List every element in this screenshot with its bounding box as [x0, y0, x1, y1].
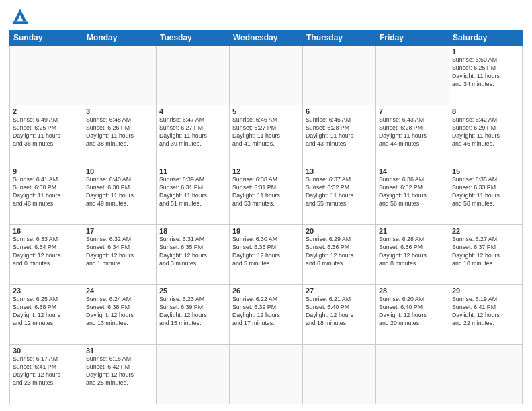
calendar-week-row: 2Sunrise: 6:49 AM Sunset: 6:25 PM Daylig… [10, 105, 523, 165]
calendar-day-cell: 31Sunrise: 6:16 AM Sunset: 6:42 PM Dayli… [83, 345, 157, 404]
day-number: 4 [159, 107, 226, 116]
calendar-day-cell: 10Sunrise: 6:40 AM Sunset: 6:30 PM Dayli… [83, 165, 157, 225]
day-info: Sunrise: 6:46 AM Sunset: 6:27 PM Dayligh… [232, 116, 300, 148]
day-number: 23 [13, 287, 80, 295]
day-number: 25 [159, 287, 226, 295]
calendar-day-cell: 18Sunrise: 6:31 AM Sunset: 6:35 PM Dayli… [157, 225, 230, 285]
day-info: Sunrise: 6:28 AM Sunset: 6:36 PM Dayligh… [379, 236, 446, 268]
calendar-day-cell [303, 345, 376, 404]
calendar-day-cell: 13Sunrise: 6:37 AM Sunset: 6:32 PM Dayli… [303, 165, 376, 225]
col-tuesday: Tuesday [157, 30, 230, 46]
day-info: Sunrise: 6:38 AM Sunset: 6:31 PM Dayligh… [232, 176, 300, 208]
calendar-day-cell [230, 345, 303, 404]
calendar-day-cell: 8Sunrise: 6:42 AM Sunset: 6:29 PM Daylig… [449, 105, 523, 165]
day-info: Sunrise: 6:45 AM Sunset: 6:28 PM Dayligh… [306, 116, 373, 148]
calendar-day-cell: 25Sunrise: 6:23 AM Sunset: 6:39 PM Dayli… [157, 285, 230, 345]
day-info: Sunrise: 6:48 AM Sunset: 6:26 PM Dayligh… [86, 116, 153, 148]
day-info: Sunrise: 6:50 AM Sunset: 6:25 PM Dayligh… [452, 56, 519, 89]
day-number: 22 [452, 227, 519, 235]
calendar-day-cell [303, 46, 376, 105]
calendar-day-cell: 1Sunrise: 6:50 AM Sunset: 6:25 PM Daylig… [449, 46, 523, 105]
calendar-day-cell: 12Sunrise: 6:38 AM Sunset: 6:31 PM Dayli… [230, 165, 303, 225]
day-info: Sunrise: 6:30 AM Sunset: 6:35 PM Dayligh… [232, 236, 300, 268]
day-info: Sunrise: 6:27 AM Sunset: 6:37 PM Dayligh… [452, 236, 519, 268]
logo-icon [9, 7, 31, 26]
day-number: 17 [86, 227, 153, 235]
calendar-day-cell: 6Sunrise: 6:45 AM Sunset: 6:28 PM Daylig… [303, 105, 376, 165]
calendar-day-cell [230, 46, 303, 105]
calendar-day-cell [449, 345, 523, 404]
calendar-day-cell: 20Sunrise: 6:29 AM Sunset: 6:36 PM Dayli… [303, 225, 376, 285]
day-info: Sunrise: 6:32 AM Sunset: 6:34 PM Dayligh… [86, 236, 153, 268]
day-info: Sunrise: 6:41 AM Sunset: 6:30 PM Dayligh… [13, 176, 80, 208]
day-number: 12 [232, 167, 300, 175]
col-saturday: Saturday [449, 30, 523, 46]
calendar-day-cell: 23Sunrise: 6:25 AM Sunset: 6:38 PM Dayli… [10, 285, 83, 345]
day-info: Sunrise: 6:37 AM Sunset: 6:32 PM Dayligh… [306, 176, 373, 208]
day-number: 31 [86, 347, 153, 355]
day-number: 7 [379, 107, 446, 116]
page: Sunday Monday Tuesday Wednesday Thursday… [0, 0, 532, 411]
day-number: 8 [452, 107, 519, 116]
day-number: 19 [232, 227, 300, 235]
day-info: Sunrise: 6:20 AM Sunset: 6:40 PM Dayligh… [379, 295, 446, 328]
col-sunday: Sunday [10, 30, 83, 46]
calendar-day-cell: 2Sunrise: 6:49 AM Sunset: 6:25 PM Daylig… [10, 105, 83, 165]
calendar-day-cell [157, 46, 230, 105]
day-number: 10 [86, 167, 153, 175]
day-number: 29 [452, 287, 519, 295]
day-number: 2 [13, 107, 80, 116]
day-info: Sunrise: 6:24 AM Sunset: 6:38 PM Dayligh… [86, 295, 153, 328]
day-info: Sunrise: 6:16 AM Sunset: 6:42 PM Dayligh… [86, 355, 153, 387]
day-number: 18 [159, 227, 226, 235]
day-number: 16 [13, 227, 80, 235]
day-number: 11 [159, 167, 226, 175]
calendar-day-cell: 3Sunrise: 6:48 AM Sunset: 6:26 PM Daylig… [83, 105, 157, 165]
day-info: Sunrise: 6:43 AM Sunset: 6:28 PM Dayligh… [379, 116, 446, 148]
calendar-day-cell: 4Sunrise: 6:47 AM Sunset: 6:27 PM Daylig… [157, 105, 230, 165]
calendar-day-cell: 19Sunrise: 6:30 AM Sunset: 6:35 PM Dayli… [230, 225, 303, 285]
day-number: 20 [306, 227, 373, 235]
calendar-day-cell: 21Sunrise: 6:28 AM Sunset: 6:36 PM Dayli… [376, 225, 449, 285]
day-number: 21 [379, 227, 446, 235]
header [9, 7, 523, 26]
col-thursday: Thursday [303, 30, 376, 46]
col-friday: Friday [376, 30, 449, 46]
day-info: Sunrise: 6:31 AM Sunset: 6:35 PM Dayligh… [159, 236, 226, 268]
calendar-day-cell [376, 345, 449, 404]
calendar-table: Sunday Monday Tuesday Wednesday Thursday… [9, 30, 523, 404]
calendar-week-row: 16Sunrise: 6:33 AM Sunset: 6:34 PM Dayli… [10, 225, 523, 285]
logo [9, 7, 34, 26]
day-number: 28 [379, 287, 446, 295]
calendar-day-cell: 5Sunrise: 6:46 AM Sunset: 6:27 PM Daylig… [230, 105, 303, 165]
day-number: 14 [379, 167, 446, 175]
day-number: 9 [13, 167, 80, 175]
day-number: 30 [13, 347, 80, 355]
day-info: Sunrise: 6:40 AM Sunset: 6:30 PM Dayligh… [86, 176, 153, 208]
calendar-day-cell [83, 46, 157, 105]
day-info: Sunrise: 6:19 AM Sunset: 6:41 PM Dayligh… [452, 295, 519, 328]
day-number: 3 [86, 107, 153, 116]
day-info: Sunrise: 6:17 AM Sunset: 6:41 PM Dayligh… [13, 355, 80, 387]
day-info: Sunrise: 6:42 AM Sunset: 6:29 PM Dayligh… [452, 116, 519, 148]
calendar-day-cell: 11Sunrise: 6:39 AM Sunset: 6:31 PM Dayli… [157, 165, 230, 225]
calendar-day-cell: 17Sunrise: 6:32 AM Sunset: 6:34 PM Dayli… [83, 225, 157, 285]
calendar-week-row: 9Sunrise: 6:41 AM Sunset: 6:30 PM Daylig… [10, 165, 523, 225]
calendar-week-row: 30Sunrise: 6:17 AM Sunset: 6:41 PM Dayli… [10, 345, 523, 404]
day-info: Sunrise: 6:33 AM Sunset: 6:34 PM Dayligh… [13, 236, 80, 268]
day-info: Sunrise: 6:35 AM Sunset: 6:33 PM Dayligh… [452, 176, 519, 208]
day-info: Sunrise: 6:22 AM Sunset: 6:39 PM Dayligh… [232, 295, 300, 328]
day-number: 6 [306, 107, 373, 116]
calendar-day-cell: 22Sunrise: 6:27 AM Sunset: 6:37 PM Dayli… [449, 225, 523, 285]
day-info: Sunrise: 6:23 AM Sunset: 6:39 PM Dayligh… [159, 295, 226, 328]
calendar-day-cell: 24Sunrise: 6:24 AM Sunset: 6:38 PM Dayli… [83, 285, 157, 345]
day-number: 27 [306, 287, 373, 295]
calendar-day-cell: 27Sunrise: 6:21 AM Sunset: 6:40 PM Dayli… [303, 285, 376, 345]
day-info: Sunrise: 6:29 AM Sunset: 6:36 PM Dayligh… [306, 236, 373, 268]
calendar-day-cell: 29Sunrise: 6:19 AM Sunset: 6:41 PM Dayli… [449, 285, 523, 345]
calendar-day-cell: 9Sunrise: 6:41 AM Sunset: 6:30 PM Daylig… [10, 165, 83, 225]
calendar-week-row: 1Sunrise: 6:50 AM Sunset: 6:25 PM Daylig… [10, 46, 523, 105]
day-number: 13 [306, 167, 373, 175]
day-number: 15 [452, 167, 519, 175]
day-number: 24 [86, 287, 153, 295]
